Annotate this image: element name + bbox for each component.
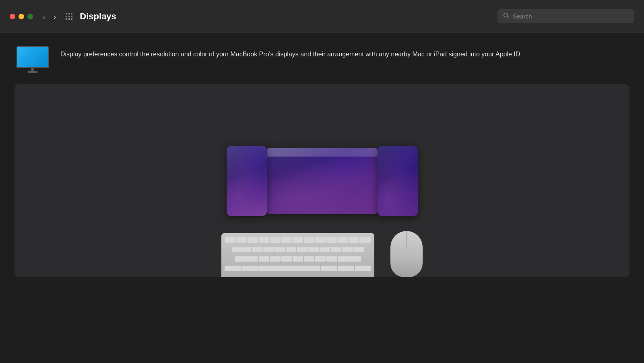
intro-description: Display preferences control the resoluti… [60,49,522,60]
display-center-macbook[interactable] [267,148,378,214]
page-title: Displays [80,11,497,22]
monitor-stand [27,71,38,73]
bottom-section [14,215,630,277]
traffic-lights [10,14,33,19]
nav-buttons: ‹ › [41,11,58,22]
search-bar[interactable] [497,9,634,23]
keyboard-icon [221,233,374,277]
grid-icon[interactable] [66,13,72,20]
displays-arrangement [227,146,418,216]
titlebar: ‹ › Displays [0,0,644,33]
main-content: Display preferences control the resoluti… [0,33,644,277]
forward-button[interactable]: › [52,11,58,22]
back-button[interactable]: ‹ [41,11,47,22]
mouse-icon [390,231,423,277]
monitor-icon [14,46,51,73]
search-input[interactable] [513,13,629,20]
intro-section: Display preferences control the resoluti… [14,46,630,73]
display-right-ipad[interactable] [378,146,418,216]
svg-line-1 [508,17,509,19]
display-arrangement-area[interactable] [14,84,630,277]
close-button[interactable] [10,14,15,19]
monitor-screen [17,46,49,68]
search-icon [503,12,510,20]
monitor-neck [31,68,34,71]
display-left-ipad[interactable] [227,146,267,216]
minimize-button[interactable] [19,14,24,19]
maximize-button[interactable] [27,14,33,19]
